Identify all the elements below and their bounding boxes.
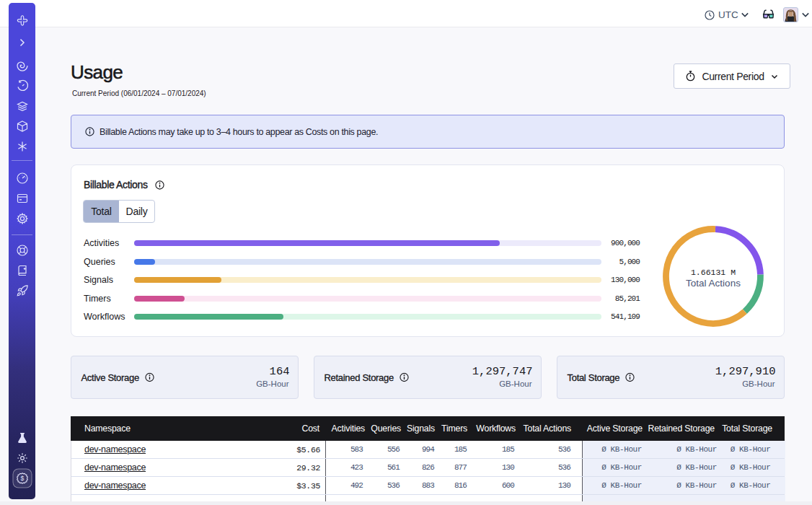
svg-text:$: $ (20, 475, 24, 482)
